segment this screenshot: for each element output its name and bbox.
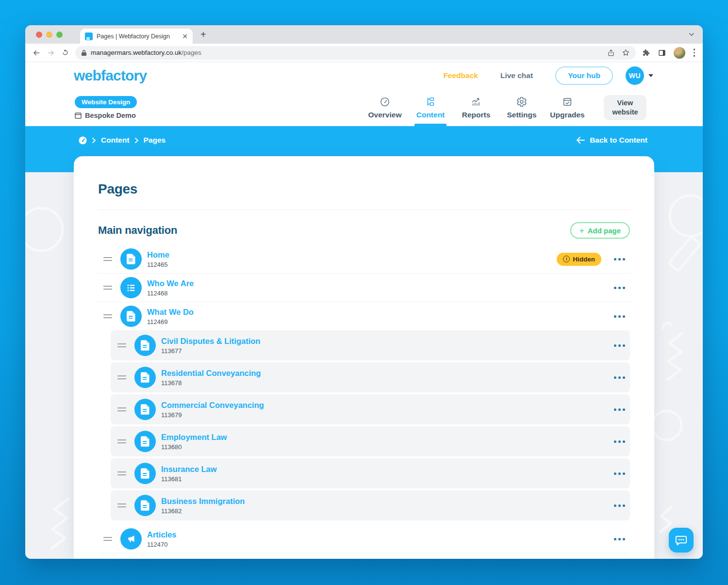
page-id: 113680 (161, 443, 227, 451)
page-id: 113682 (161, 507, 245, 515)
row-menu-button[interactable] (611, 405, 628, 415)
app-check-icon (562, 97, 573, 107)
nav-tab-settings[interactable]: Settings (499, 89, 545, 126)
row-menu-button[interactable] (611, 469, 628, 479)
page-title-link[interactable]: Commercial Conveyancing (161, 401, 264, 410)
bookmark-star-icon[interactable] (622, 49, 630, 57)
breadcrumb-content[interactable]: Content (101, 136, 130, 145)
new-tab-button[interactable]: + (200, 30, 206, 39)
drag-handle-icon[interactable] (103, 286, 112, 290)
row-menu-button[interactable] (611, 373, 628, 383)
nav-tab-upgrades[interactable]: Upgrades (545, 89, 590, 126)
page-list: Home 112465 !Hidden Who We Are 112468 Wh… (98, 245, 630, 553)
your-hub-button[interactable]: Your hub (555, 66, 613, 85)
gear-icon (516, 97, 527, 107)
row-menu-button[interactable] (611, 283, 628, 293)
page-title-link[interactable]: What We Do (147, 308, 194, 317)
page-row: Employment Law 113680 (111, 426, 630, 456)
live-chat-launcher-button[interactable] (669, 528, 694, 552)
page-id: 112470 (147, 541, 177, 548)
nav-tab-overview[interactable]: Overview (362, 89, 408, 126)
page-title-link[interactable]: Civil Disputes & Litigation (161, 337, 260, 346)
tab-list-chevron-icon[interactable] (688, 31, 695, 38)
page-id: 112468 (147, 290, 194, 297)
zoom-window-button[interactable] (56, 32, 63, 38)
back-button[interactable] (32, 49, 41, 57)
page-title-link[interactable]: Articles (147, 530, 177, 539)
drag-handle-icon[interactable] (103, 537, 112, 541)
page-title-link[interactable]: Employment Law (161, 433, 227, 442)
drag-handle-icon[interactable] (117, 471, 126, 475)
share-icon[interactable] (607, 49, 615, 57)
nav-tab-content[interactable]: Content (408, 89, 453, 126)
row-menu-button[interactable] (611, 311, 628, 322)
browser-window: Pages | Webfactory Design ✕ + managermar… (25, 25, 703, 559)
browser-profile-avatar[interactable] (674, 47, 685, 59)
document-icon (134, 431, 156, 452)
drag-handle-icon[interactable] (103, 314, 112, 318)
page-row: Residential Conveyancing 113678 (111, 362, 630, 392)
page-row: What We Do 112469 (98, 302, 630, 330)
drag-handle-icon[interactable] (103, 257, 112, 261)
document-icon (134, 335, 156, 356)
chevron-down-icon (648, 74, 653, 77)
page-id: 113678 (161, 379, 261, 387)
breadcrumb-pages[interactable]: Pages (144, 136, 166, 145)
document-icon (134, 495, 156, 516)
extensions-puzzle-icon[interactable] (642, 49, 650, 57)
row-menu-button[interactable] (611, 437, 628, 447)
row-menu-button[interactable] (611, 254, 628, 264)
browser-menu-icon[interactable] (693, 48, 696, 58)
forward-button[interactable] (47, 49, 55, 57)
dashboard-gauge-icon[interactable] (79, 136, 87, 145)
page-row: Civil Disputes & Litigation 113677 (111, 330, 630, 360)
document-icon (120, 248, 142, 270)
view-website-button[interactable]: View website (604, 95, 646, 120)
page-title: Pages (98, 181, 630, 197)
add-page-button[interactable]: + Add page (570, 222, 630, 239)
reload-button[interactable] (61, 49, 69, 57)
alert-circle-icon: ! (563, 256, 570, 262)
webfactory-logo[interactable]: webfactory (74, 67, 147, 84)
page-row: Home 112465 !Hidden (98, 245, 630, 273)
avatar[interactable]: WU (626, 66, 644, 85)
tab-strip: Pages | Webfactory Design ✕ + (25, 25, 703, 44)
chevron-right-icon (92, 137, 96, 144)
browser-tab[interactable]: Pages | Webfactory Design ✕ (80, 29, 193, 44)
page-title-link[interactable]: Business Immigration (161, 497, 245, 506)
account-menu[interactable]: WU (626, 66, 653, 85)
drag-handle-icon[interactable] (117, 504, 126, 507)
arrow-left-icon (576, 137, 585, 144)
url-text: managermars.webfactory.co.uk/pages (91, 49, 201, 56)
page-id: 112465 (147, 261, 169, 268)
live-chat-link[interactable]: Live chat (500, 71, 533, 80)
address-bar[interactable]: managermars.webfactory.co.uk/pages (75, 46, 636, 60)
row-menu-button[interactable] (611, 534, 628, 544)
page-row: Insurance Law 113681 (111, 458, 630, 488)
close-window-button[interactable] (36, 32, 42, 38)
document-icon (134, 399, 156, 420)
page-title-link[interactable]: Who We Are (147, 279, 194, 288)
minimize-window-button[interactable] (46, 32, 52, 38)
page-id: 112469 (147, 318, 194, 325)
chevron-right-icon (134, 137, 139, 144)
feedback-link[interactable]: Feedback (443, 71, 478, 80)
row-menu-button[interactable] (611, 341, 628, 351)
page-title-link[interactable]: Insurance Law (161, 465, 217, 474)
page-title-link[interactable]: Residential Conveyancing (161, 369, 261, 378)
drag-handle-icon[interactable] (117, 375, 126, 379)
plus-icon: + (579, 227, 584, 235)
row-menu-button[interactable] (611, 501, 628, 511)
side-panel-icon[interactable] (658, 49, 666, 57)
drag-handle-icon[interactable] (117, 439, 126, 443)
site-type-badge: Website Design (75, 96, 137, 108)
tab-close-icon[interactable]: ✕ (182, 32, 188, 40)
divider (98, 553, 630, 553)
drag-handle-icon[interactable] (117, 407, 126, 411)
sitemap-icon (425, 97, 436, 107)
drag-handle-icon[interactable] (117, 343, 126, 347)
browser-window-icon (75, 113, 82, 119)
back-to-content-link[interactable]: Back to Content (576, 136, 647, 145)
page-title-link[interactable]: Home (147, 250, 169, 260)
nav-tab-reports[interactable]: Reports (453, 89, 499, 126)
